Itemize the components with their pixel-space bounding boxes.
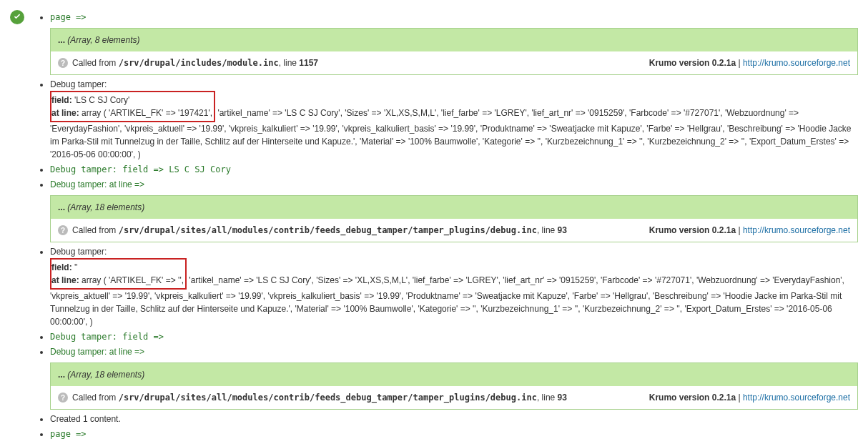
krumo-expand-row[interactable]: ... (Array, 8 elements) <box>51 29 857 51</box>
debug-tamper-label: Debug tamper: <box>50 247 107 257</box>
at-line-label: at line: <box>51 108 79 118</box>
krumo-expand-row[interactable]: ... (Array, 18 elements) <box>51 196 857 219</box>
called-from-label: Called from <box>72 393 119 403</box>
krumo-box: ... (Array, 18 elements) ? Called from /… <box>50 195 858 242</box>
success-icon <box>10 10 24 24</box>
called-from-path: /srv/drupal/sites/all/modules/contrib/fe… <box>119 393 537 403</box>
status-message-list: page => ... (Array, 8 elements) ? Called… <box>37 11 858 440</box>
debug-atline-text: Debug tamper: at line => <box>50 347 144 357</box>
line-number: 93 <box>558 393 567 403</box>
page-item: page => <box>50 428 858 440</box>
krumo-link[interactable]: http://krumo.sourceforge.net <box>743 58 850 68</box>
krumo-box: ... (Array, 8 elements) ? Called from /s… <box>50 28 858 75</box>
krumo-ellipsis: ... <box>58 35 65 45</box>
called-from-path: /srv/drupal/includes/module.inc <box>119 58 279 68</box>
krumo-version: Krumo version 0.2.1a <box>649 58 736 68</box>
at-line-start: array ( 'ARTIKEL_FK' => '', <box>82 275 184 285</box>
debug-field-text: Debug tamper: field => <box>50 332 164 342</box>
help-icon: ? <box>58 393 68 403</box>
line-pre: , line <box>279 58 300 68</box>
page-label: page => <box>50 12 87 22</box>
created-content: Created 1 content. <box>50 413 858 425</box>
called-from-label: Called from <box>72 225 119 235</box>
debug-tamper-block: Debug tamper: field: '' at line: array (… <box>50 245 858 328</box>
debug-field-line: Debug tamper: field => <box>50 330 858 343</box>
field-label: field: <box>51 95 72 105</box>
field-label: field: <box>51 262 72 272</box>
help-icon: ? <box>58 58 68 68</box>
krumo-version: Krumo version 0.2.1a <box>649 225 736 235</box>
debug-tamper-block: Debug tamper: field: 'LS C SJ Cory' at l… <box>50 78 858 161</box>
krumo-ellipsis: ... <box>58 202 65 212</box>
field-value: '' <box>74 262 78 272</box>
help-icon: ? <box>58 225 68 235</box>
line-pre: , line <box>537 393 558 403</box>
page-item: page => ... (Array, 8 elements) ? Called… <box>50 11 858 75</box>
line-number: 93 <box>558 225 567 235</box>
debug-atline-item: Debug tamper: at line => ... (Array, 18 … <box>50 178 858 242</box>
field-value: 'LS C SJ Cory' <box>74 95 129 105</box>
debug-field-text: Debug tamper: field => LS C SJ Cory <box>50 164 231 174</box>
krumo-footer: ? Called from /srv/drupal/sites/all/modu… <box>51 386 857 409</box>
krumo-footer: ? Called from /srv/drupal/sites/all/modu… <box>51 219 857 242</box>
debug-field-line: Debug tamper: field => LS C SJ Cory <box>50 163 858 176</box>
krumo-link[interactable]: http://krumo.sourceforge.net <box>743 225 850 235</box>
page-label: page => <box>50 429 87 439</box>
krumo-array-info: (Array, 18 elements) <box>67 370 144 380</box>
highlight-box: field: '' at line: array ( 'ARTIKEL_FK' … <box>50 258 187 290</box>
debug-atline-text: Debug tamper: at line => <box>50 179 144 189</box>
krumo-footer: ? Called from /srv/drupal/includes/modul… <box>51 51 857 74</box>
debug-tamper-label: Debug tamper: <box>50 79 107 89</box>
called-from-path: /srv/drupal/sites/all/modules/contrib/fe… <box>119 225 537 235</box>
called-from-label: Called from <box>72 58 119 68</box>
krumo-ellipsis: ... <box>58 370 65 380</box>
line-number: 1157 <box>299 58 318 68</box>
created-text: Created 1 content. <box>50 414 121 424</box>
krumo-expand-row[interactable]: ... (Array, 18 elements) <box>51 363 857 386</box>
krumo-link[interactable]: http://krumo.sourceforge.net <box>743 393 850 403</box>
debug-atline-item: Debug tamper: at line => ... (Array, 18 … <box>50 345 858 410</box>
at-line-label: at line: <box>51 275 79 285</box>
highlight-box: field: 'LS C SJ Cory' at line: array ( '… <box>50 91 215 122</box>
krumo-version: Krumo version 0.2.1a <box>649 393 736 403</box>
krumo-box: ... (Array, 18 elements) ? Called from /… <box>50 362 858 410</box>
at-line-start: array ( 'ARTIKEL_FK' => '197421', <box>82 108 212 118</box>
krumo-array-info: (Array, 18 elements) <box>67 202 144 212</box>
krumo-array-info: (Array, 8 elements) <box>67 35 139 45</box>
line-pre: , line <box>537 225 558 235</box>
